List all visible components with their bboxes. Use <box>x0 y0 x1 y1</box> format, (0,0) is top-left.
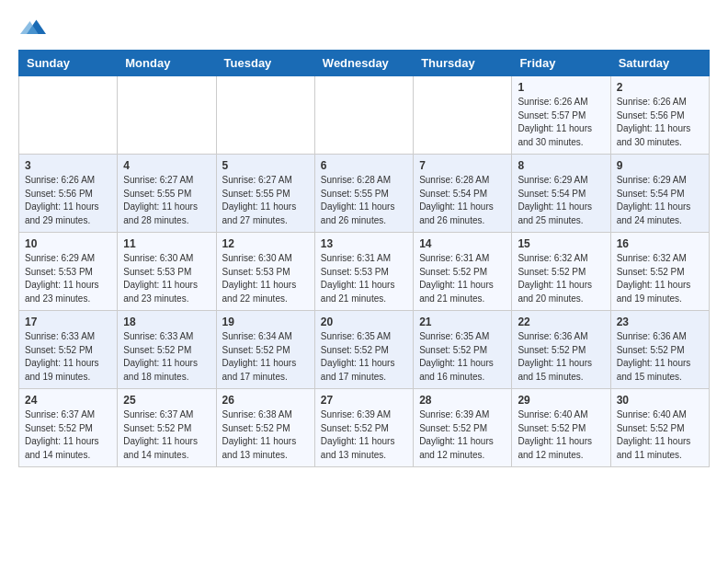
calendar-cell <box>314 76 413 155</box>
day-info: Sunrise: 6:32 AM Sunset: 5:52 PM Dayligh… <box>518 252 604 305</box>
calendar-cell: 6Sunrise: 6:28 AM Sunset: 5:55 PM Daylig… <box>314 155 413 233</box>
logo-area <box>18 15 46 40</box>
day-info: Sunrise: 6:36 AM Sunset: 5:52 PM Dayligh… <box>617 330 703 384</box>
calendar-cell: 1Sunrise: 6:26 AM Sunset: 5:57 PM Daylig… <box>512 76 610 155</box>
calendar-cell <box>19 76 118 155</box>
page: SundayMondayTuesdayWednesdayThursdayFrid… <box>0 0 728 482</box>
day-number: 26 <box>222 394 309 407</box>
day-number: 20 <box>321 316 407 328</box>
weekday-header-wednesday: Wednesday <box>314 51 413 76</box>
calendar-cell: 3Sunrise: 6:26 AM Sunset: 5:56 PM Daylig… <box>19 155 118 233</box>
day-number: 6 <box>321 159 407 172</box>
day-number: 30 <box>617 394 703 407</box>
day-number: 21 <box>419 316 506 328</box>
day-number: 25 <box>123 394 210 407</box>
logo <box>18 15 46 40</box>
calendar-cell: 7Sunrise: 6:28 AM Sunset: 5:54 PM Daylig… <box>414 155 512 233</box>
weekday-header-row: SundayMondayTuesdayWednesdayThursdayFrid… <box>19 51 710 76</box>
day-info: Sunrise: 6:28 AM Sunset: 5:55 PM Dayligh… <box>321 174 407 227</box>
calendar-cell: 16Sunrise: 6:32 AM Sunset: 5:52 PM Dayli… <box>610 233 709 311</box>
weekday-header-saturday: Saturday <box>610 51 709 76</box>
day-info: Sunrise: 6:40 AM Sunset: 5:52 PM Dayligh… <box>617 408 703 462</box>
day-number: 10 <box>25 237 111 250</box>
calendar-week-3: 10Sunrise: 6:29 AM Sunset: 5:53 PM Dayli… <box>19 233 710 311</box>
day-number: 24 <box>25 394 111 407</box>
day-number: 3 <box>25 159 111 172</box>
day-number: 13 <box>321 237 407 250</box>
logo-icon <box>20 15 46 40</box>
day-info: Sunrise: 6:31 AM Sunset: 5:53 PM Dayligh… <box>321 252 407 305</box>
day-info: Sunrise: 6:37 AM Sunset: 5:52 PM Dayligh… <box>123 408 210 462</box>
day-number: 18 <box>123 316 210 328</box>
calendar-table: SundayMondayTuesdayWednesdayThursdayFrid… <box>18 50 710 467</box>
day-info: Sunrise: 6:30 AM Sunset: 5:53 PM Dayligh… <box>222 252 309 305</box>
calendar-week-2: 3Sunrise: 6:26 AM Sunset: 5:56 PM Daylig… <box>19 155 710 233</box>
weekday-header-tuesday: Tuesday <box>216 51 314 76</box>
calendar-cell: 20Sunrise: 6:35 AM Sunset: 5:52 PM Dayli… <box>314 311 413 389</box>
calendar-week-4: 17Sunrise: 6:33 AM Sunset: 5:52 PM Dayli… <box>19 311 710 389</box>
calendar-cell: 19Sunrise: 6:34 AM Sunset: 5:52 PM Dayli… <box>216 311 314 389</box>
calendar-cell: 8Sunrise: 6:29 AM Sunset: 5:54 PM Daylig… <box>512 155 610 233</box>
day-info: Sunrise: 6:31 AM Sunset: 5:52 PM Dayligh… <box>419 252 506 305</box>
day-info: Sunrise: 6:39 AM Sunset: 5:52 PM Dayligh… <box>419 408 506 462</box>
weekday-header-sunday: Sunday <box>19 51 118 76</box>
calendar-cell: 14Sunrise: 6:31 AM Sunset: 5:52 PM Dayli… <box>414 233 512 311</box>
day-number: 28 <box>419 394 506 407</box>
day-number: 4 <box>123 159 210 172</box>
day-number: 16 <box>617 237 703 250</box>
day-info: Sunrise: 6:37 AM Sunset: 5:52 PM Dayligh… <box>25 408 111 462</box>
calendar-cell: 2Sunrise: 6:26 AM Sunset: 5:56 PM Daylig… <box>610 76 709 155</box>
day-info: Sunrise: 6:35 AM Sunset: 5:52 PM Dayligh… <box>321 330 407 384</box>
day-info: Sunrise: 6:39 AM Sunset: 5:52 PM Dayligh… <box>321 408 407 462</box>
calendar-cell: 15Sunrise: 6:32 AM Sunset: 5:52 PM Dayli… <box>512 233 610 311</box>
header <box>18 15 710 40</box>
calendar-cell: 9Sunrise: 6:29 AM Sunset: 5:54 PM Daylig… <box>610 155 709 233</box>
calendar-cell: 13Sunrise: 6:31 AM Sunset: 5:53 PM Dayli… <box>314 233 413 311</box>
day-number: 11 <box>123 237 210 250</box>
day-number: 14 <box>419 237 506 250</box>
calendar-cell: 29Sunrise: 6:40 AM Sunset: 5:52 PM Dayli… <box>512 389 610 467</box>
day-info: Sunrise: 6:26 AM Sunset: 5:56 PM Dayligh… <box>25 174 111 227</box>
day-number: 1 <box>518 81 604 94</box>
day-number: 2 <box>617 81 703 94</box>
day-info: Sunrise: 6:35 AM Sunset: 5:52 PM Dayligh… <box>419 330 506 384</box>
day-info: Sunrise: 6:26 AM Sunset: 5:56 PM Dayligh… <box>617 96 703 149</box>
day-number: 19 <box>222 316 309 328</box>
weekday-header-thursday: Thursday <box>414 51 512 76</box>
calendar-cell: 4Sunrise: 6:27 AM Sunset: 5:55 PM Daylig… <box>118 155 216 233</box>
day-number: 8 <box>518 159 604 172</box>
calendar-cell: 30Sunrise: 6:40 AM Sunset: 5:52 PM Dayli… <box>610 389 709 467</box>
day-number: 7 <box>419 159 506 172</box>
calendar-week-5: 24Sunrise: 6:37 AM Sunset: 5:52 PM Dayli… <box>19 389 710 467</box>
day-info: Sunrise: 6:27 AM Sunset: 5:55 PM Dayligh… <box>222 174 309 227</box>
day-info: Sunrise: 6:29 AM Sunset: 5:54 PM Dayligh… <box>518 174 604 227</box>
day-number: 23 <box>617 316 703 328</box>
calendar-cell: 21Sunrise: 6:35 AM Sunset: 5:52 PM Dayli… <box>414 311 512 389</box>
calendar-week-1: 1Sunrise: 6:26 AM Sunset: 5:57 PM Daylig… <box>19 76 710 155</box>
day-number: 27 <box>321 394 407 407</box>
calendar-cell <box>414 76 512 155</box>
day-info: Sunrise: 6:33 AM Sunset: 5:52 PM Dayligh… <box>123 330 210 384</box>
day-info: Sunrise: 6:28 AM Sunset: 5:54 PM Dayligh… <box>419 174 506 227</box>
day-info: Sunrise: 6:29 AM Sunset: 5:53 PM Dayligh… <box>25 252 111 305</box>
calendar-cell: 25Sunrise: 6:37 AM Sunset: 5:52 PM Dayli… <box>118 389 216 467</box>
calendar-cell: 24Sunrise: 6:37 AM Sunset: 5:52 PM Dayli… <box>19 389 118 467</box>
calendar-cell: 26Sunrise: 6:38 AM Sunset: 5:52 PM Dayli… <box>216 389 314 467</box>
day-number: 15 <box>518 237 604 250</box>
day-info: Sunrise: 6:29 AM Sunset: 5:54 PM Dayligh… <box>617 174 703 227</box>
day-number: 5 <box>222 159 309 172</box>
calendar-cell <box>216 76 314 155</box>
day-info: Sunrise: 6:27 AM Sunset: 5:55 PM Dayligh… <box>123 174 210 227</box>
calendar-cell <box>118 76 216 155</box>
day-number: 17 <box>25 316 111 328</box>
day-info: Sunrise: 6:26 AM Sunset: 5:57 PM Dayligh… <box>518 96 604 149</box>
weekday-header-friday: Friday <box>512 51 610 76</box>
calendar-cell: 27Sunrise: 6:39 AM Sunset: 5:52 PM Dayli… <box>314 389 413 467</box>
day-number: 12 <box>222 237 309 250</box>
calendar-cell: 17Sunrise: 6:33 AM Sunset: 5:52 PM Dayli… <box>19 311 118 389</box>
day-info: Sunrise: 6:36 AM Sunset: 5:52 PM Dayligh… <box>518 330 604 384</box>
weekday-header-monday: Monday <box>118 51 216 76</box>
day-info: Sunrise: 6:40 AM Sunset: 5:52 PM Dayligh… <box>518 408 604 462</box>
day-info: Sunrise: 6:32 AM Sunset: 5:52 PM Dayligh… <box>617 252 703 305</box>
calendar-cell: 18Sunrise: 6:33 AM Sunset: 5:52 PM Dayli… <box>118 311 216 389</box>
